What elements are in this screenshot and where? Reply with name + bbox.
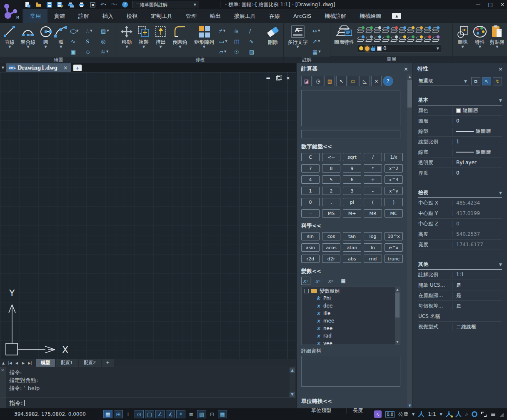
scroll-up-icon[interactable]: ▲ bbox=[395, 287, 400, 292]
explode-icon[interactable]: ▱▼ bbox=[219, 47, 233, 57]
multiple-points-icon[interactable]: ∴▼ bbox=[86, 26, 100, 36]
scroll-up-icon[interactable]: ▲ bbox=[290, 368, 295, 373]
property-value[interactable]: 隨圖層 bbox=[452, 149, 502, 156]
point-style-icon[interactable]: ☉ bbox=[234, 47, 248, 57]
table-icon[interactable]: ▦▼ bbox=[312, 47, 327, 57]
block-button[interactable]: 圖塊▼ bbox=[455, 24, 471, 56]
sci-key-e^x[interactable]: e^x bbox=[385, 243, 403, 252]
sci-key-log[interactable]: log bbox=[364, 232, 382, 240]
transparency-toggle[interactable]: ▨ bbox=[197, 410, 206, 418]
ribbon-tab-常用[interactable]: 常用 bbox=[23, 9, 47, 23]
spline-icon[interactable]: S bbox=[86, 36, 100, 46]
grid-display-toggle[interactable]: ▦ bbox=[103, 410, 112, 418]
numpad-key-MC[interactable]: MC bbox=[385, 209, 403, 218]
sci-key-atan[interactable]: atan bbox=[343, 243, 361, 252]
open-folder-icon[interactable] bbox=[35, 1, 42, 8]
numpad-key-)[interactable]: ) bbox=[385, 198, 403, 206]
viewport-close-icon[interactable]: × bbox=[286, 75, 290, 81]
layer-tool-icon-5[interactable] bbox=[390, 26, 398, 33]
sci-key-sin[interactable]: sin bbox=[301, 232, 320, 240]
variable-row-vee[interactable]: xvee bbox=[302, 340, 400, 345]
command-input[interactable]: 指令: bbox=[0, 397, 296, 408]
scrollbar-thumb[interactable] bbox=[395, 292, 400, 318]
fullscreen-icon[interactable] bbox=[481, 412, 487, 417]
numpad-key-8[interactable]: 8 bbox=[322, 164, 340, 172]
chevron-down-icon[interactable]: ▼ bbox=[412, 412, 415, 416]
app-logo[interactable]: M bbox=[0, 0, 22, 23]
command-history[interactable]: ✕ 指令:指定對角點:指令: '_help ▲ ▼ bbox=[0, 367, 296, 397]
layer-tool-icon-13[interactable] bbox=[374, 35, 381, 42]
layer-dropdown[interactable]: 0 ▼ bbox=[357, 44, 441, 52]
variable-row-ille[interactable]: xille bbox=[302, 310, 400, 317]
numpad-key-MS[interactable]: MS bbox=[322, 209, 340, 218]
move-button[interactable]: 移動▼ bbox=[119, 24, 135, 56]
numpad-key-1/x[interactable]: 1/x bbox=[385, 153, 403, 161]
property-value[interactable]: 是 bbox=[452, 282, 502, 289]
layer-tool-icon-9[interactable] bbox=[424, 26, 431, 33]
circle-button[interactable]: 圓▼ bbox=[39, 24, 53, 56]
numpad-key-sqrt[interactable]: sqrt bbox=[343, 153, 361, 161]
ribbon-tab-檢視[interactable]: 檢視 bbox=[120, 9, 144, 23]
get-coordinates-icon[interactable]: ↖ bbox=[336, 76, 347, 86]
command-scrollbar[interactable]: ▲ ▼ bbox=[290, 368, 295, 397]
numpad-key-7[interactable]: 7 bbox=[301, 164, 320, 172]
scientific-section-header[interactable]: 科學<< bbox=[301, 222, 400, 230]
panel-label-draw[interactable]: 繪圖 bbox=[0, 57, 117, 63]
maximize-button[interactable]: □ bbox=[488, 2, 493, 8]
property-value[interactable]: 0 bbox=[452, 170, 502, 176]
drawing-canvas[interactable]: ▬ × Y X bbox=[0, 72, 296, 359]
revision-cloud-icon[interactable]: ≋▼ bbox=[101, 47, 115, 57]
property-value[interactable]: 隨圖層 bbox=[452, 128, 502, 135]
property-value[interactable]: 二維線框 bbox=[452, 323, 502, 330]
numpad-key-9[interactable]: 9 bbox=[343, 164, 361, 172]
construction-line-icon[interactable]: ∿ bbox=[71, 36, 85, 46]
redo-icon[interactable]: ↷ ▾ bbox=[111, 1, 117, 8]
property-value[interactable]: ByLayer bbox=[452, 160, 502, 165]
numpad-key-x^3[interactable]: x^3 bbox=[385, 175, 403, 184]
numpad-key--[interactable]: - bbox=[364, 187, 382, 195]
snap-toggle[interactable]: ⊞ bbox=[114, 410, 123, 418]
ribbon-tab-實體[interactable]: 實體 bbox=[47, 9, 72, 23]
delete-variable-icon[interactable]: x× bbox=[326, 277, 335, 285]
undo-icon[interactable]: ↶ ▾ bbox=[100, 1, 107, 8]
new-file-icon[interactable] bbox=[24, 1, 31, 8]
rectangular-array-button[interactable]: 矩形陣列▼ bbox=[191, 24, 217, 56]
numpad-key-+[interactable]: + bbox=[364, 175, 382, 184]
variable-row-Phi[interactable]: kPhi bbox=[302, 295, 400, 302]
command-close-icon[interactable]: ✕ bbox=[1, 368, 4, 372]
select-objects-icon[interactable]: ↖ bbox=[482, 77, 491, 85]
properties-close-icon[interactable]: × bbox=[498, 66, 503, 72]
variable-row-rad[interactable]: xrad bbox=[302, 332, 400, 340]
leader-icon[interactable]: ↗▼ bbox=[312, 36, 327, 46]
minimize-button[interactable]: — bbox=[476, 2, 481, 8]
layer-tool-icon-20[interactable] bbox=[432, 35, 440, 42]
scrollbar-thumb[interactable] bbox=[407, 80, 412, 108]
numpad-key-x^y[interactable]: x^y bbox=[385, 187, 403, 195]
variable-row-mee[interactable]: xmee bbox=[302, 317, 400, 325]
toggle-pickadd-icon[interactable]: ↯ bbox=[493, 77, 502, 85]
scroll-down-icon[interactable]: ▼ bbox=[290, 392, 295, 397]
scroll-down-icon[interactable]: ▼ bbox=[395, 340, 400, 345]
numpad-key-/[interactable]: / bbox=[364, 153, 382, 161]
layer-tool-icon-8[interactable] bbox=[415, 26, 423, 33]
ribbon-tab-定制工具[interactable]: 定制工具 bbox=[144, 9, 179, 23]
layer-tool-icon-12[interactable] bbox=[365, 35, 373, 42]
property-value[interactable]: 1:1 bbox=[452, 272, 502, 278]
polar-tracking-toggle[interactable]: ⊙ bbox=[135, 410, 144, 418]
expand-tabs-icon[interactable]: ▲ bbox=[0, 361, 7, 365]
layer-tool-icon-17[interactable] bbox=[407, 35, 415, 42]
isolate-objects-icon[interactable]: ⌕ bbox=[465, 411, 468, 417]
ortho-toggle[interactable]: L bbox=[124, 410, 133, 418]
measure-angle-icon[interactable]: ◺ bbox=[360, 76, 370, 86]
line-button[interactable]: 直線▼ bbox=[2, 24, 18, 56]
sci-key-10^x[interactable]: 10^x bbox=[385, 232, 403, 240]
annotation-scale-value[interactable]: 1:1 bbox=[428, 411, 436, 417]
revision-cloud-edit-icon[interactable]: ≋ bbox=[234, 26, 248, 36]
edit-variable-icon[interactable]: x+ bbox=[314, 277, 323, 285]
object-snap-tracking-toggle[interactable]: ∡ bbox=[166, 410, 175, 418]
numpad-section-header[interactable]: 數字鍵盤<< bbox=[301, 143, 400, 150]
layer-tool-icon-6[interactable] bbox=[399, 26, 406, 33]
property-value[interactable]: 是 bbox=[452, 292, 502, 299]
join-icon[interactable]: ◫ bbox=[234, 36, 248, 46]
edit-polyline-icon[interactable]: ∿ bbox=[249, 36, 263, 46]
